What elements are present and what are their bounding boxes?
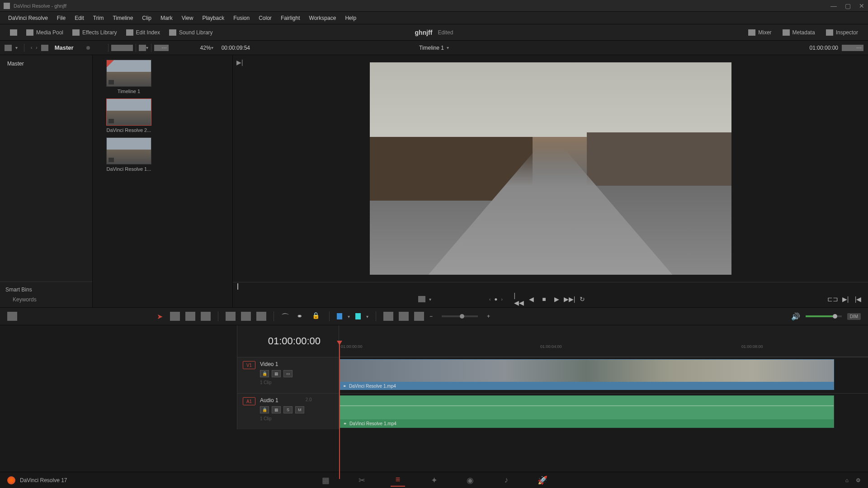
metadata-toggle[interactable]: Metadata — [778, 28, 820, 38]
options-icon[interactable]: ⋯ — [161, 45, 169, 51]
effects-library-toggle[interactable]: Effects Library — [68, 28, 121, 38]
solo-button[interactable]: S — [283, 406, 292, 413]
sync-icon[interactable] — [842, 45, 849, 51]
smartbin-keywords[interactable]: Keywords — [5, 296, 87, 303]
fusion-page-tab[interactable]: ✦ — [427, 474, 441, 487]
audio-track-row[interactable]: ⚭DaVinci Resolve 1.mp4 — [339, 393, 868, 429]
media-pool-toggle[interactable]: Media Pool — [22, 28, 68, 38]
nav-back-icon[interactable]: ‹ — [31, 45, 32, 50]
auto-select-button[interactable]: ▦ — [272, 370, 281, 377]
fairlight-page-tab[interactable]: ♪ — [499, 474, 514, 487]
breadcrumb[interactable]: Master — [55, 44, 74, 51]
bin-master[interactable]: Master — [5, 59, 87, 69]
insert-tool[interactable] — [226, 312, 236, 321]
chevron-down-icon[interactable]: ▾ — [348, 314, 350, 319]
next-marker-icon[interactable]: › — [501, 297, 503, 302]
blade-tool[interactable] — [201, 312, 211, 321]
dual-view-icon[interactable] — [849, 45, 856, 51]
timeline-selector[interactable]: Timeline 1 ▾ — [419, 45, 449, 51]
zoom-slider[interactable] — [442, 315, 478, 317]
link-toggle[interactable]: ⚭ — [297, 312, 307, 321]
viewer-options-icon[interactable]: ⋯ — [856, 45, 863, 51]
go-start-button[interactable]: |◀◀ — [514, 295, 524, 304]
chevron-down-icon[interactable]: ▾ — [15, 45, 18, 50]
menu-fairlight[interactable]: Fairlight — [276, 13, 305, 23]
cut-page-tab[interactable]: ✂ — [354, 474, 369, 487]
menu-view[interactable]: View — [177, 13, 198, 23]
menu-davinci[interactable]: DaVinci Resolve — [4, 13, 52, 23]
refresh-icon[interactable] — [41, 45, 48, 51]
maximize-button[interactable]: ▢ — [845, 2, 851, 9]
stop-button[interactable]: ■ — [540, 295, 549, 304]
menu-mark[interactable]: Mark — [156, 13, 177, 23]
marker-dot-icon[interactable]: ● — [494, 296, 497, 302]
search-dropdown-icon[interactable]: ▾ — [146, 45, 148, 50]
selection-tool[interactable]: ➤ — [155, 312, 165, 321]
play-around-button[interactable]: ⊏⊐ — [828, 295, 837, 304]
mute-button[interactable]: M — [295, 406, 304, 413]
menu-trim[interactable]: Trim — [89, 13, 108, 23]
zoom-in-button[interactable]: + — [487, 313, 490, 319]
zoom-detail-icon[interactable] — [399, 312, 409, 321]
menu-help[interactable]: Help — [340, 13, 361, 23]
viewer-scrubber[interactable] — [233, 282, 868, 291]
chevron-down-icon[interactable]: ▾ — [366, 314, 368, 319]
settings-icon[interactable]: ⚙ — [856, 477, 861, 483]
menu-color[interactable]: Color — [254, 13, 276, 23]
audio-clip[interactable]: ⚭DaVinci Resolve 1.mp4 — [339, 395, 834, 428]
list-view-icon[interactable] — [126, 45, 133, 51]
lock-toggle[interactable]: 🔒 — [312, 312, 322, 321]
menu-fusion[interactable]: Fusion — [229, 13, 254, 23]
track-tag-a1[interactable]: A1 — [243, 397, 255, 405]
search-icon[interactable] — [139, 45, 146, 51]
trim-tool[interactable] — [170, 312, 180, 321]
color-page-tab[interactable]: ◉ — [463, 474, 477, 487]
zoom-dropdown-icon[interactable]: ▾ — [211, 45, 213, 50]
loop-button[interactable]: ↻ — [578, 295, 587, 304]
chevron-down-icon[interactable]: ▾ — [429, 297, 431, 302]
lock-track-button[interactable]: 🔒 — [260, 406, 269, 413]
menu-edit[interactable]: Edit — [70, 13, 89, 23]
sidebar-toggle-icon[interactable] — [5, 45, 12, 51]
inspector-toggle[interactable]: Inspector — [821, 28, 863, 38]
home-icon[interactable]: ⌂ — [845, 477, 849, 483]
menu-file[interactable]: File — [52, 13, 70, 23]
replace-tool[interactable] — [256, 312, 266, 321]
menu-clip[interactable]: Clip — [137, 13, 156, 23]
sound-library-toggle[interactable]: Sound Library — [165, 28, 217, 38]
zoom-percent[interactable]: 42% — [200, 45, 211, 51]
match-frame-icon[interactable]: ▶| — [236, 59, 243, 66]
timeline-tracks[interactable]: 01:00:00:00 01:00:04:00 01:00:08:00 ⚭DaV… — [339, 325, 868, 479]
fullscreen-button[interactable] — [5, 28, 22, 38]
volume-slider[interactable] — [806, 315, 842, 317]
go-end-button[interactable]: ▶▶| — [565, 295, 574, 304]
prev-marker-icon[interactable]: ‹ — [489, 297, 491, 302]
dim-button[interactable]: DIM — [847, 313, 861, 320]
video-track-row[interactable]: ⚭DaVinci Resolve 1.mp4 — [339, 357, 868, 393]
audio-track-header[interactable]: A1 Audio 12.0 🔒 ▦ S M 1 Clip — [237, 393, 339, 429]
zoom-tool[interactable] — [383, 312, 393, 321]
dynamic-trim-tool[interactable] — [185, 312, 195, 321]
clip-timeline-1[interactable]: Timeline 1 — [97, 60, 160, 94]
video-track-header[interactable]: V1 Video 1 🔒 ▦ ▭ 1 Clip — [237, 357, 339, 393]
playhead[interactable] — [339, 344, 340, 479]
lock-track-button[interactable]: 🔒 — [260, 370, 269, 377]
close-button[interactable]: ✕ — [859, 2, 864, 9]
snap-toggle[interactable]: ⌒ — [281, 312, 291, 321]
mixer-toggle[interactable]: Mixer — [744, 28, 776, 38]
last-frame-button[interactable]: |◀ — [854, 295, 863, 304]
flag-blue-icon[interactable] — [337, 313, 342, 319]
video-clip[interactable] — [339, 359, 834, 383]
minimize-button[interactable]: — — [830, 2, 837, 9]
keyboard-icon[interactable] — [7, 312, 17, 321]
edit-index-toggle[interactable]: Edit Index — [122, 28, 165, 38]
clip-video-1[interactable]: DaVinci Resolve 1... — [97, 137, 160, 172]
auto-select-button[interactable]: ▦ — [272, 406, 281, 413]
zoom-full-icon[interactable] — [414, 312, 424, 321]
crop-icon[interactable] — [418, 296, 425, 302]
next-edit-button[interactable]: ▶| — [841, 295, 850, 304]
volume-icon[interactable]: 🔊 — [791, 312, 800, 321]
overwrite-tool[interactable] — [241, 312, 251, 321]
flag-cyan-icon[interactable] — [355, 313, 361, 319]
menu-playback[interactable]: Playback — [198, 13, 229, 23]
